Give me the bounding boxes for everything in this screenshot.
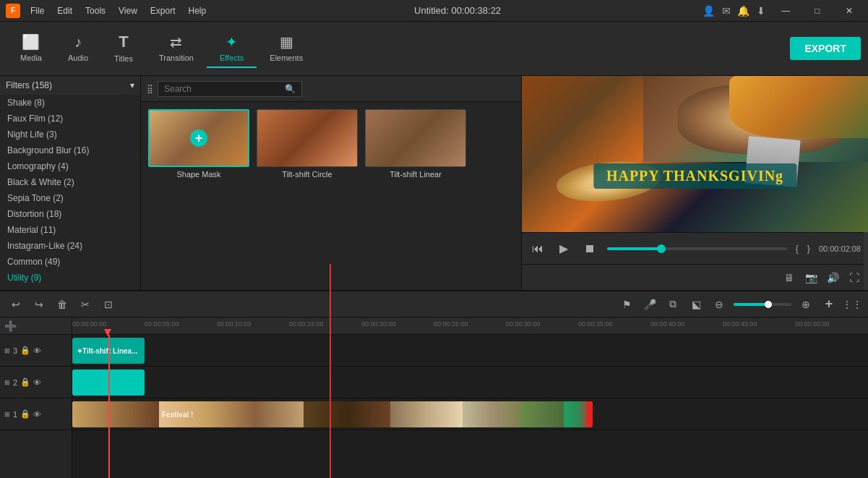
clip-festival[interactable]: Festival ! bbox=[72, 401, 593, 427]
effects-toolbar: ⣿ 🔍 bbox=[141, 76, 521, 102]
menu-help[interactable]: Help bbox=[183, 4, 212, 17]
playhead[interactable] bbox=[108, 335, 110, 478]
ruler-mark-2: 00:00:10:00 bbox=[217, 320, 252, 328]
track-grid-icon-3: ⊞ bbox=[4, 347, 10, 354]
mail-icon[interactable]: ✉ bbox=[721, 5, 732, 17]
time-start-marker: { bbox=[796, 244, 799, 254]
clip-segment-5 bbox=[463, 401, 520, 427]
microphone-button[interactable]: 🎤 bbox=[641, 296, 658, 313]
filter-sepia-tone[interactable]: Sepia Tone (2) bbox=[0, 190, 140, 206]
filters-list: Shake (8) Faux Film (12) Night Life (3) … bbox=[0, 95, 140, 290]
track-lock-icon-2[interactable]: 🔒 bbox=[20, 377, 30, 387]
add-media-icon[interactable]: ➕ bbox=[4, 320, 17, 332]
menu-file[interactable]: File bbox=[25, 4, 50, 17]
stop-button[interactable]: ⏹ bbox=[581, 240, 598, 257]
account-icon[interactable]: 👤 bbox=[703, 5, 715, 17]
volume-icon[interactable]: 🔊 bbox=[825, 270, 841, 286]
elements-icon: ▦ bbox=[280, 33, 293, 51]
filter-common[interactable]: Common (49) bbox=[0, 254, 140, 270]
track-lock-icon-3[interactable]: 🔒 bbox=[20, 346, 30, 355]
ruler-mark-5: 00:00:25:00 bbox=[434, 320, 468, 328]
ruler-mark-10: 00:00:50:00 bbox=[795, 320, 830, 328]
thanksgiving-overlay-text: HAPPY THANKSGIVINg bbox=[593, 163, 796, 189]
download-icon[interactable]: ⬇ bbox=[755, 5, 767, 17]
notification-icon[interactable]: 🔔 bbox=[738, 5, 749, 17]
filter-night-life[interactable]: Night Life (3) bbox=[0, 127, 140, 142]
monitor-icon[interactable]: 🖥 bbox=[781, 270, 797, 286]
delete-button[interactable]: 🗑 bbox=[53, 296, 71, 313]
toolbar-elements-label: Elements bbox=[270, 54, 303, 62]
menu-export[interactable]: Export bbox=[145, 4, 181, 17]
rewind-button[interactable]: ⏮ bbox=[529, 240, 546, 257]
marker-button[interactable]: ⚑ bbox=[618, 296, 635, 313]
effect-tiltshift-linear[interactable]: Tilt-shift Linear bbox=[365, 109, 466, 283]
menu-view[interactable]: View bbox=[113, 4, 143, 17]
zoom-control bbox=[734, 303, 791, 306]
ruler-mark-6: 00:00:30:00 bbox=[506, 320, 541, 328]
toolbar-media[interactable]: ⬜ Media bbox=[7, 29, 55, 68]
effect-shape-mask[interactable]: + Shape Mask bbox=[148, 109, 249, 283]
menu-edit[interactable]: Edit bbox=[51, 4, 78, 17]
progress-handle[interactable] bbox=[657, 244, 666, 253]
audio-icon: ♪ bbox=[74, 34, 82, 51]
progress-bar[interactable] bbox=[607, 247, 787, 250]
filter-black-white[interactable]: Black & White (2) bbox=[0, 174, 140, 190]
close-button[interactable]: ✕ bbox=[836, 0, 862, 22]
filter-background-blur[interactable]: Background Blur (16) bbox=[0, 142, 140, 158]
menu-tools[interactable]: Tools bbox=[80, 4, 111, 17]
titles-icon: T bbox=[119, 33, 128, 51]
clip-segment-6 bbox=[520, 401, 564, 427]
track-label-3: ⊞ 3 🔒 👁 bbox=[0, 335, 72, 367]
export-button[interactable]: EXPORT bbox=[790, 37, 861, 60]
track-grid-icon-2: ⊞ bbox=[4, 379, 10, 386]
filter-utility[interactable]: Utility (9) bbox=[0, 270, 140, 286]
play-button[interactable]: ▶ bbox=[555, 240, 572, 257]
filters-header[interactable]: Filters (158) ▾ bbox=[0, 76, 140, 95]
add-track-button[interactable]: + bbox=[820, 296, 838, 313]
track-eye-icon-2[interactable]: 👁 bbox=[33, 378, 41, 387]
zoom-slider[interactable] bbox=[734, 303, 791, 306]
toolbar-transition[interactable]: ⇄ Transition bbox=[146, 29, 207, 68]
screenshot-icon[interactable]: 📷 bbox=[803, 270, 819, 286]
track-labels: ➕ ⊞ 3 🔒 👁 ⊞ 2 🔒 👁 ⊞ 1 🔒 👁 bbox=[0, 317, 72, 478]
zoom-in-button[interactable]: ⊕ bbox=[797, 296, 815, 313]
filter-lomography[interactable]: Lomography (4) bbox=[0, 158, 140, 174]
split2-button[interactable]: ⬕ bbox=[687, 296, 705, 313]
zoom-handle[interactable] bbox=[765, 301, 772, 308]
redo-button[interactable]: ↪ bbox=[30, 296, 48, 313]
search-icon: 🔍 bbox=[285, 84, 296, 94]
toolbar-transition-label: Transition bbox=[159, 54, 194, 62]
clip-tiltshift-label: Tilt-shift Linea... bbox=[82, 347, 137, 355]
track-eye-icon-1[interactable]: 👁 bbox=[33, 410, 41, 419]
pip-button[interactable]: ⧉ bbox=[664, 296, 682, 313]
crop-button[interactable]: ⊡ bbox=[100, 296, 117, 313]
filter-distortion[interactable]: Distortion (18) bbox=[0, 206, 140, 222]
minimize-button[interactable]: — bbox=[773, 0, 799, 22]
maximize-button[interactable]: □ bbox=[804, 0, 830, 22]
filter-shake[interactable]: Shake (8) bbox=[0, 95, 140, 111]
grid-view-icon[interactable]: ⣿ bbox=[147, 84, 153, 94]
add-track-row: ➕ bbox=[0, 317, 72, 335]
track-lock-icon-1[interactable]: 🔒 bbox=[20, 409, 30, 419]
filters-panel: Filters (158) ▾ Shake (8) Faux Film (12)… bbox=[0, 76, 141, 290]
filter-instagram-like[interactable]: Instagram-Like (24) bbox=[0, 238, 140, 254]
filter-faux-film[interactable]: Faux Film (12) bbox=[0, 111, 140, 127]
toolbar-titles[interactable]: T Titles bbox=[101, 28, 146, 69]
effect-tiltshift-circle[interactable]: Tilt-shift Circle bbox=[257, 109, 358, 283]
search-input[interactable] bbox=[164, 84, 282, 94]
ruler-mark-1: 00:00:05:00 bbox=[145, 320, 179, 328]
filter-material[interactable]: Material (11) bbox=[0, 222, 140, 238]
titlebar: F File Edit Tools View Export Help Untit… bbox=[0, 0, 868, 22]
zoom-out-button[interactable]: ⊖ bbox=[710, 296, 728, 313]
filter-favourite[interactable]: Favourite (0) bbox=[0, 286, 140, 290]
split-button[interactable]: ✂ bbox=[77, 296, 94, 313]
undo-button[interactable]: ↩ bbox=[7, 296, 25, 313]
window-title: Untitled: 00:00:38:22 bbox=[414, 5, 501, 16]
more-options-button[interactable]: ⋮⋮ bbox=[843, 296, 861, 313]
ruler-mark-7: 00:00:35:00 bbox=[578, 320, 613, 328]
fullscreen-icon[interactable]: ⛶ bbox=[846, 270, 862, 286]
toolbar-elements[interactable]: ▦ Elements bbox=[257, 29, 316, 68]
toolbar-audio[interactable]: ♪ Audio bbox=[55, 30, 101, 68]
toolbar-effects[interactable]: ✦ Effects bbox=[207, 29, 257, 68]
track-eye-icon-3[interactable]: 👁 bbox=[33, 346, 41, 355]
